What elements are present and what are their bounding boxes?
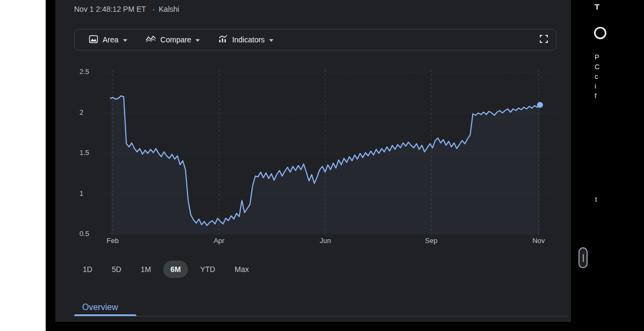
compare-icon [146, 35, 156, 45]
quote-timestamp-row: Nov 1 2:48:12 PM ET · Kalshi [74, 5, 179, 13]
quote-source: Kalshi [159, 5, 179, 13]
x-axis-tick-label: Apr [214, 237, 225, 245]
range-button-max[interactable]: Max [228, 261, 256, 278]
compare-label: Compare [161, 35, 192, 44]
panel-resize-handle[interactable] [578, 247, 588, 268]
right-panel-logo-circle-icon [594, 27, 606, 39]
range-button-5d[interactable]: 5D [105, 261, 128, 278]
chevron-down-icon [196, 39, 200, 42]
time-range-selector: 1D5D1M6MYTDMax [76, 261, 256, 278]
x-axis-tick-label: Sep [425, 237, 437, 245]
right-panel-text-fragment: C [595, 63, 599, 71]
resize-grip-icon [583, 254, 584, 262]
right-panel-text-fragment: t [595, 195, 597, 203]
timestamp-separator: · [153, 5, 155, 13]
quote-timestamp: Nov 1 2:48:12 PM ET [74, 5, 146, 13]
x-axis-tick-label: Nov [532, 237, 545, 245]
latest-price-dot [537, 102, 543, 108]
tab-overview-underline [74, 314, 136, 316]
finance-chart-panel: Nov 1 2:48:12 PM ET · Kalshi Area [55, 0, 571, 322]
chart-type-button[interactable]: Area [89, 34, 127, 46]
chevron-down-icon [123, 39, 127, 42]
fullscreen-button[interactable] [539, 34, 548, 46]
right-panel-text-fragment: f [595, 92, 597, 100]
screen: Nov 1 2:48:12 PM ET · Kalshi Area [0, 0, 644, 331]
fullscreen-icon [539, 34, 548, 46]
range-button-1m[interactable]: 1M [134, 261, 158, 278]
range-button-ytd[interactable]: YTD [193, 261, 222, 278]
indicators-button[interactable]: Indicators [218, 35, 273, 45]
compare-button[interactable]: Compare [146, 35, 200, 45]
tab-overview[interactable]: Overview [82, 303, 118, 312]
chart-toolbar: Area Compare [74, 29, 556, 50]
indicators-label: Indicators [232, 35, 265, 44]
tab-divider [74, 316, 568, 317]
right-panel-text-fragment: c [595, 72, 598, 80]
range-button-6m[interactable]: 6M [163, 261, 187, 278]
right-panel-text-fragment: P [595, 53, 599, 61]
chevron-down-icon [269, 39, 273, 42]
indicators-icon [218, 35, 228, 45]
area-chart-icon [89, 34, 98, 46]
right-panel-text-fragment: T [595, 2, 599, 11]
x-axis-tick-label: Jun [320, 237, 331, 245]
range-button-1d[interactable]: 1D [76, 261, 99, 278]
x-axis-tick-label: Feb [107, 237, 119, 245]
chart-type-label: Area [103, 35, 119, 44]
price-chart-svg[interactable] [78, 64, 561, 247]
right-panel-text-fragment: i [595, 82, 596, 90]
